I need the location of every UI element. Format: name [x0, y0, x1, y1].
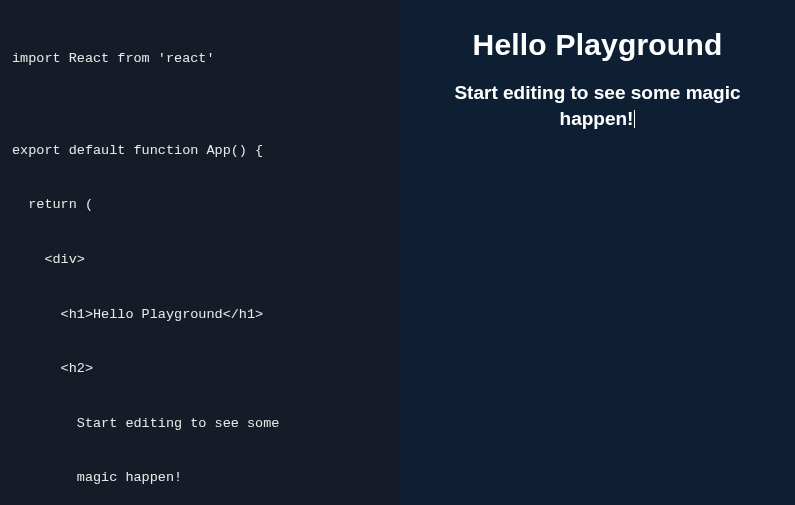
code-line[interactable]: Start editing to see some — [12, 415, 388, 433]
preview-heading: Hello Playground — [420, 28, 775, 62]
code-line[interactable]: <div> — [12, 251, 388, 269]
resize-handle-icon[interactable] — [386, 491, 398, 503]
code-line[interactable]: magic happen! — [12, 469, 388, 487]
code-line[interactable]: export default function App() { — [12, 142, 388, 160]
code-line[interactable]: return ( — [12, 196, 388, 214]
code-editor-pane[interactable]: import React from 'react' export default… — [0, 0, 400, 505]
preview-pane: Hello Playground Start editing to see so… — [400, 0, 795, 505]
preview-subheading: Start editing to see some magic happen! — [420, 80, 775, 131]
preview-subheading-text: Start editing to see some magic happen! — [454, 82, 740, 129]
text-cursor-icon — [634, 110, 635, 128]
code-line[interactable]: import React from 'react' — [12, 50, 388, 68]
code-line[interactable]: <h1>Hello Playground</h1> — [12, 306, 388, 324]
code-line[interactable]: <h2> — [12, 360, 388, 378]
